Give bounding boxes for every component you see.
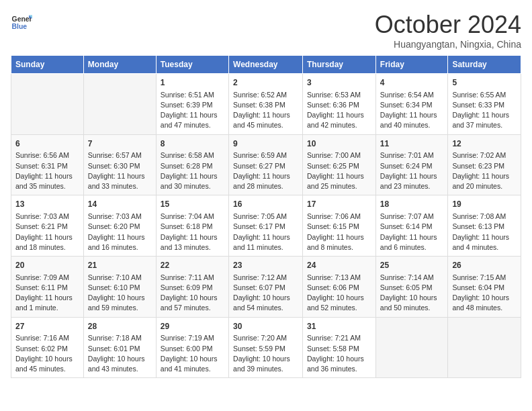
calendar-cell: 29Sunrise: 7:19 AMSunset: 6:00 PMDayligh… xyxy=(156,317,228,378)
day-number: 4 xyxy=(380,77,444,89)
day-info: Sunset: 6:09 PM xyxy=(161,283,224,293)
day-info: Daylight: 10 hours and 59 minutes. xyxy=(88,293,152,313)
calendar-header-row: SundayMondayTuesdayWednesdayThursdayFrid… xyxy=(11,56,521,74)
day-info: Sunrise: 7:20 AM xyxy=(233,333,298,343)
day-number: 12 xyxy=(452,138,517,150)
calendar-cell: 3Sunrise: 6:53 AMSunset: 6:36 PMDaylight… xyxy=(303,74,376,135)
day-number: 9 xyxy=(233,138,298,150)
day-info: Daylight: 11 hours and 45 minutes. xyxy=(233,110,298,130)
day-info: Sunset: 6:34 PM xyxy=(380,100,444,110)
day-info: Daylight: 11 hours and 40 minutes. xyxy=(380,110,444,130)
calendar-cell: 16Sunrise: 7:05 AMSunset: 6:17 PMDayligh… xyxy=(229,195,303,257)
day-info: Sunrise: 7:15 AM xyxy=(452,273,517,283)
day-info: Daylight: 10 hours and 57 minutes. xyxy=(161,293,224,313)
calendar-cell xyxy=(448,317,521,378)
day-info: Daylight: 10 hours and 39 minutes. xyxy=(233,354,298,374)
day-info: Sunset: 6:38 PM xyxy=(233,100,298,110)
day-number: 19 xyxy=(452,199,517,210)
day-info: Daylight: 10 hours and 48 minutes. xyxy=(452,293,517,313)
day-info: Sunset: 5:58 PM xyxy=(307,344,371,354)
day-info: Sunrise: 6:56 AM xyxy=(15,150,79,161)
day-number: 28 xyxy=(88,321,152,332)
day-info: Sunrise: 7:04 AM xyxy=(161,212,224,222)
day-number: 13 xyxy=(15,199,79,210)
day-number: 27 xyxy=(15,321,79,332)
day-info: Sunrise: 7:16 AM xyxy=(15,333,79,343)
day-info: Sunrise: 7:19 AM xyxy=(161,333,224,343)
calendar-cell: 1Sunrise: 6:51 AMSunset: 6:39 PMDaylight… xyxy=(156,74,228,135)
calendar-table: SundayMondayTuesdayWednesdayThursdayFrid… xyxy=(11,55,521,378)
day-info: Sunset: 6:24 PM xyxy=(380,161,444,171)
calendar-cell: 8Sunrise: 6:58 AMSunset: 6:28 PMDaylight… xyxy=(156,134,228,195)
day-info: Sunset: 6:17 PM xyxy=(233,222,298,232)
day-info: Sunset: 5:59 PM xyxy=(233,344,298,354)
day-info: Daylight: 11 hours and 18 minutes. xyxy=(15,232,79,253)
day-number: 23 xyxy=(233,260,298,271)
day-info: Sunset: 6:14 PM xyxy=(380,222,444,232)
day-info: Sunrise: 6:52 AM xyxy=(233,90,298,100)
day-info: Sunset: 6:33 PM xyxy=(452,100,517,110)
day-number: 15 xyxy=(161,199,224,210)
day-number: 2 xyxy=(233,77,298,89)
week-row: 27Sunrise: 7:16 AMSunset: 6:02 PMDayligh… xyxy=(11,317,521,378)
day-number: 11 xyxy=(380,138,444,150)
calendar-cell: 28Sunrise: 7:18 AMSunset: 6:01 PMDayligh… xyxy=(83,317,156,378)
day-info: Daylight: 10 hours and 52 minutes. xyxy=(307,293,371,313)
calendar-cell: 14Sunrise: 7:03 AMSunset: 6:20 PMDayligh… xyxy=(83,195,156,257)
day-info: Daylight: 11 hours and 47 minutes. xyxy=(161,110,224,130)
day-info: Sunrise: 7:18 AM xyxy=(88,333,152,343)
day-header-friday: Friday xyxy=(375,56,448,74)
day-number: 30 xyxy=(233,321,298,332)
calendar-cell: 30Sunrise: 7:20 AMSunset: 5:59 PMDayligh… xyxy=(229,317,303,378)
week-row: 6Sunrise: 6:56 AMSunset: 6:31 PMDaylight… xyxy=(11,134,521,195)
week-row: 1Sunrise: 6:51 AMSunset: 6:39 PMDaylight… xyxy=(11,74,521,135)
day-info: Sunset: 6:18 PM xyxy=(161,222,224,232)
day-number: 5 xyxy=(452,77,517,89)
day-info: Daylight: 11 hours and 28 minutes. xyxy=(233,171,298,191)
calendar-cell: 18Sunrise: 7:07 AMSunset: 6:14 PMDayligh… xyxy=(375,195,448,257)
calendar-cell: 11Sunrise: 7:01 AMSunset: 6:24 PMDayligh… xyxy=(375,134,448,195)
calendar-cell xyxy=(375,317,448,378)
week-row: 20Sunrise: 7:09 AMSunset: 6:11 PMDayligh… xyxy=(11,257,521,318)
calendar-cell: 4Sunrise: 6:54 AMSunset: 6:34 PMDaylight… xyxy=(375,74,448,135)
day-info: Daylight: 11 hours and 13 minutes. xyxy=(161,232,224,253)
location-subtitle: Huangyangtan, Ningxia, China xyxy=(375,39,521,50)
day-info: Daylight: 11 hours and 16 minutes. xyxy=(88,232,152,253)
day-info: Sunset: 6:39 PM xyxy=(161,100,224,110)
day-info: Sunrise: 7:02 AM xyxy=(452,150,517,161)
day-info: Daylight: 10 hours and 36 minutes. xyxy=(307,354,371,374)
calendar-cell: 20Sunrise: 7:09 AMSunset: 6:11 PMDayligh… xyxy=(11,257,84,318)
logo: General Blue xyxy=(11,11,32,32)
day-info: Sunset: 6:01 PM xyxy=(88,344,152,354)
day-info: Daylight: 11 hours and 20 minutes. xyxy=(452,171,517,191)
day-info: Sunset: 6:21 PM xyxy=(15,222,79,232)
day-number: 6 xyxy=(15,138,79,150)
day-header-tuesday: Tuesday xyxy=(156,56,228,74)
calendar-cell: 2Sunrise: 6:52 AMSunset: 6:38 PMDaylight… xyxy=(229,74,303,135)
day-info: Daylight: 11 hours and 4 minutes. xyxy=(452,232,517,253)
day-info: Sunrise: 7:03 AM xyxy=(15,212,79,222)
day-info: Sunrise: 7:13 AM xyxy=(307,273,371,283)
day-info: Sunrise: 6:54 AM xyxy=(380,90,444,100)
day-number: 31 xyxy=(307,321,371,332)
day-number: 25 xyxy=(380,260,444,271)
day-info: Sunset: 6:02 PM xyxy=(15,344,79,354)
day-info: Sunrise: 6:55 AM xyxy=(452,90,517,100)
day-info: Sunrise: 7:21 AM xyxy=(307,333,371,343)
day-info: Sunset: 6:00 PM xyxy=(161,344,224,354)
day-info: Sunset: 6:10 PM xyxy=(88,283,152,293)
day-info: Sunrise: 7:03 AM xyxy=(88,212,152,222)
day-info: Sunrise: 6:57 AM xyxy=(88,150,152,161)
day-info: Sunset: 6:31 PM xyxy=(15,161,79,171)
day-info: Sunset: 6:06 PM xyxy=(307,283,371,293)
page-header: General Blue October 2024 Huangyangtan, … xyxy=(11,11,521,50)
day-info: Sunset: 6:36 PM xyxy=(307,100,371,110)
day-info: Sunset: 6:28 PM xyxy=(161,161,224,171)
day-info: Sunrise: 7:14 AM xyxy=(380,273,444,283)
day-header-thursday: Thursday xyxy=(303,56,376,74)
calendar-cell: 27Sunrise: 7:16 AMSunset: 6:02 PMDayligh… xyxy=(11,317,84,378)
day-number: 7 xyxy=(88,138,152,150)
day-info: Daylight: 11 hours and 30 minutes. xyxy=(161,171,224,191)
day-info: Sunrise: 7:08 AM xyxy=(452,212,517,222)
day-info: Sunrise: 6:53 AM xyxy=(307,90,371,100)
